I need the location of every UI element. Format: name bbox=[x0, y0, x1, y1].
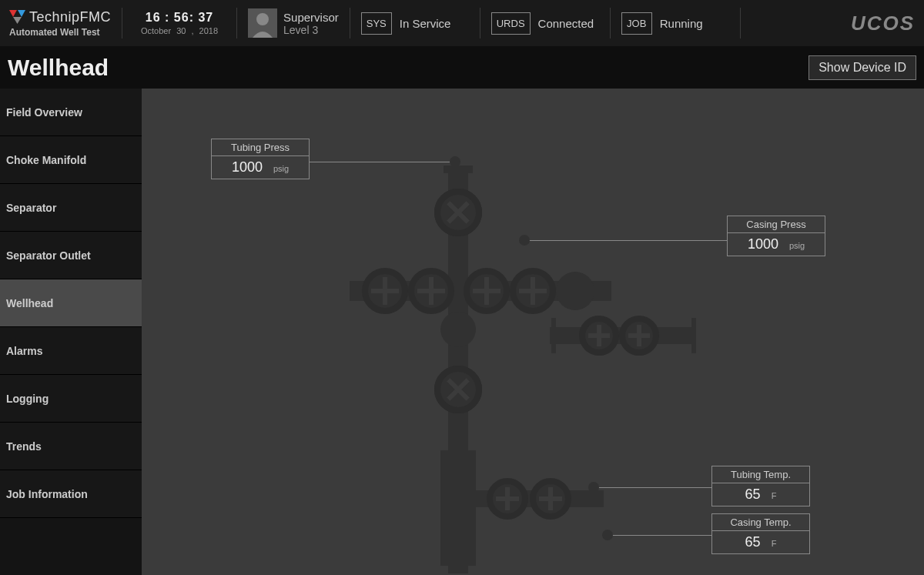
status-sys: SYS In Service bbox=[361, 12, 469, 35]
page-title: Wellhead bbox=[8, 55, 109, 81]
show-device-id-button[interactable]: Show Device ID bbox=[808, 55, 916, 80]
sidebar-item-alarms[interactable]: Alarms bbox=[0, 327, 142, 375]
sidebar-item-logging[interactable]: Logging bbox=[0, 375, 142, 423]
status-job: JOB Running bbox=[621, 12, 729, 35]
divider bbox=[236, 8, 237, 38]
readout-value-row: 1000 psig bbox=[727, 233, 825, 256]
status-urds: URDS Connected bbox=[491, 12, 599, 35]
sidebar-item-separator[interactable]: Separator bbox=[0, 184, 142, 232]
brand-logo: TechnipFMC bbox=[9, 9, 111, 25]
divider bbox=[480, 8, 480, 38]
vendor-logo: UCOS bbox=[851, 12, 915, 35]
readout-value-row: 65 F bbox=[711, 531, 810, 554]
technipfmc-logo-icon bbox=[9, 10, 26, 24]
sensor-dot-icon bbox=[519, 235, 530, 246]
valve-wheel-icon bbox=[464, 268, 510, 314]
lead-line bbox=[611, 535, 711, 536]
readout-tubing-press: Tubing Press 1000 psig bbox=[211, 139, 310, 179]
content-area: Field Overview Choke Manifold Separator … bbox=[0, 89, 924, 575]
valve-wheel-icon bbox=[579, 316, 619, 356]
title-bar: Wellhead Show Device ID bbox=[0, 46, 924, 89]
sidebar-item-trends[interactable]: Trends bbox=[0, 423, 142, 470]
sidebar-item-choke-manifold[interactable]: Choke Manifold bbox=[0, 136, 142, 184]
sidebar-item-separator-outlet[interactable]: Separator Outlet bbox=[0, 232, 142, 279]
readout-unit: F bbox=[772, 539, 777, 548]
status-urds-code: URDS bbox=[491, 12, 531, 35]
lead-line bbox=[310, 162, 452, 162]
user-level: Level 3 bbox=[283, 24, 339, 36]
readout-unit: psig bbox=[789, 241, 805, 250]
brand-name: TechnipFMC bbox=[29, 9, 111, 25]
readout-tubing-temp: Tubing Temp. 65 F bbox=[711, 466, 810, 506]
valve-wheel-icon bbox=[408, 268, 454, 314]
valve-wheel-icon bbox=[510, 268, 556, 314]
brand-subtitle: Automated Well Test bbox=[9, 27, 111, 38]
clock-block: 16 : 56: 37 October 30 , 2018 bbox=[133, 11, 226, 35]
flange-icon bbox=[556, 272, 594, 310]
wellhead-part-icon bbox=[444, 165, 473, 173]
readout-label: Casing Temp. bbox=[711, 513, 810, 531]
status-sys-code: SYS bbox=[361, 12, 392, 35]
status-job-code: JOB bbox=[621, 12, 652, 35]
readout-value: 65 bbox=[745, 534, 761, 550]
svg-point-3 bbox=[256, 13, 269, 25]
sidebar-item-wellhead[interactable]: Wellhead bbox=[0, 279, 142, 327]
readout-value-row: 65 F bbox=[711, 483, 810, 506]
lead-line bbox=[598, 487, 711, 488]
status-job-text: Running bbox=[660, 17, 703, 30]
divider bbox=[122, 8, 122, 38]
readout-casing-temp: Casing Temp. 65 F bbox=[711, 513, 810, 554]
readout-value: 1000 bbox=[232, 159, 263, 176]
avatar-icon bbox=[248, 8, 277, 38]
status-sys-text: In Service bbox=[400, 17, 451, 30]
flange-icon bbox=[691, 318, 696, 353]
lead-line bbox=[527, 240, 727, 241]
flange-icon bbox=[440, 312, 476, 347]
clock-date: October 30 , 2018 bbox=[141, 26, 218, 35]
readout-unit: psig bbox=[273, 164, 289, 173]
readout-label: Tubing Press bbox=[211, 139, 310, 156]
sidebar: Field Overview Choke Manifold Separator … bbox=[0, 89, 142, 575]
app-header: TechnipFMC Automated Well Test 16 : 56: … bbox=[0, 0, 924, 46]
valve-wheel-icon bbox=[424, 356, 492, 423]
readout-unit: F bbox=[772, 491, 777, 500]
readout-value-row: 1000 psig bbox=[211, 156, 310, 179]
diagram-canvas: Tubing Press 1000 psig Casing Press 1000… bbox=[142, 89, 924, 575]
readout-label: Tubing Temp. bbox=[711, 466, 810, 483]
brand-block: TechnipFMC Automated Well Test bbox=[9, 9, 111, 38]
valve-wheel-icon bbox=[362, 268, 408, 314]
clock-time: 16 : 56: 37 bbox=[146, 11, 213, 25]
user-block: Supervisor Level 3 bbox=[248, 8, 339, 38]
sensor-dot-icon bbox=[602, 530, 613, 540]
readout-label: Casing Press bbox=[727, 216, 825, 233]
divider bbox=[740, 8, 741, 38]
valve-wheel-icon bbox=[619, 316, 659, 356]
readout-value: 65 bbox=[745, 486, 761, 503]
valve-wheel-icon bbox=[424, 179, 492, 246]
readout-casing-press: Casing Press 1000 psig bbox=[727, 216, 825, 256]
divider bbox=[610, 8, 611, 38]
flange-icon bbox=[551, 318, 556, 353]
readout-value: 1000 bbox=[748, 236, 778, 252]
valve-wheel-icon bbox=[530, 478, 571, 520]
svg-marker-2 bbox=[13, 17, 22, 24]
status-urds-text: Connected bbox=[538, 17, 594, 30]
wellhead-base-icon bbox=[440, 450, 476, 566]
svg-marker-1 bbox=[18, 10, 25, 17]
svg-marker-0 bbox=[9, 10, 17, 17]
user-role: Supervisor bbox=[283, 11, 339, 24]
divider bbox=[350, 8, 350, 38]
valve-wheel-icon bbox=[487, 478, 528, 520]
sidebar-item-job-information[interactable]: Job Information bbox=[0, 470, 142, 518]
sidebar-item-field-overview[interactable]: Field Overview bbox=[0, 89, 142, 136]
